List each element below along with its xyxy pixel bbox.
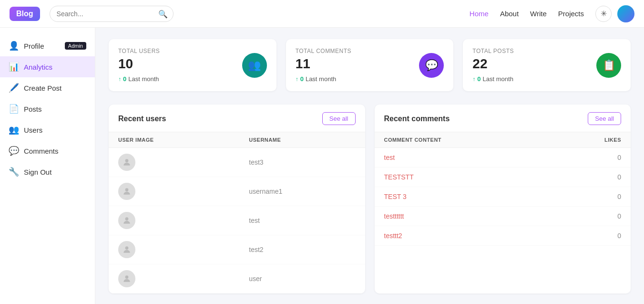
recent-users-panel: Recent users See all USER IMAGE USERNAME…	[109, 105, 365, 294]
sidebar-label-analytics: Analytics	[24, 63, 52, 71]
comment-content-cell: TEST 3	[375, 187, 550, 207]
admin-badge: Admin	[65, 42, 86, 50]
logo[interactable]: Blog	[10, 7, 40, 21]
table-row: test	[109, 206, 365, 235]
comments-col-likes: LIKES	[549, 132, 631, 148]
stat-label-0: TOTAL USERS	[118, 48, 242, 54]
comment-likes-cell: 0	[549, 148, 631, 168]
sidebar-item-users[interactable]: 👥 Users	[0, 119, 95, 140]
sidebar-label-profile: Profile	[24, 42, 44, 50]
stat-count-0: 0	[123, 75, 126, 83]
stat-count-1: 0	[300, 75, 304, 83]
sidebar-icon-analytics: 📊	[9, 62, 19, 72]
stat-card-2: TOTAL POSTS 22 ↑ 0 Last month 📋	[463, 39, 631, 91]
comment-likes-cell: 0	[549, 187, 631, 207]
nav-right: ✳	[595, 5, 634, 22]
sidebar-icon-posts: 📄	[9, 104, 19, 114]
table-row: test3	[109, 148, 365, 177]
stat-sub-0: ↑ 0 Last month	[118, 75, 242, 83]
arrow-icon-0: ↑	[118, 76, 121, 83]
main-content: TOTAL USERS 10 ↑ 0 Last month 👥 TOTAL CO…	[95, 28, 644, 304]
sidebar-item-create-post[interactable]: 🖊️ Create Post	[0, 77, 95, 98]
user-avatar	[118, 154, 135, 171]
stat-sub-text-0: Last month	[128, 75, 159, 83]
sidebar: 👤 Profile Admin📊 Analytics 🖊️ Create Pos…	[0, 28, 95, 304]
user-avatar	[118, 183, 135, 200]
sidebar-item-sign-out[interactable]: 🔧 Sign Out	[0, 161, 95, 182]
stat-sub-text-2: Last month	[483, 75, 513, 83]
user-image-cell	[109, 148, 239, 177]
sidebar-icon-comments: 💬	[9, 146, 19, 156]
sidebar-item-posts[interactable]: 📄 Posts	[0, 98, 95, 119]
sidebar-label-users: Users	[24, 126, 42, 134]
recent-users-table: USER IMAGE USERNAME test3 username1	[109, 132, 365, 294]
table-row: testtt2 0	[375, 226, 631, 246]
stat-card-0: TOTAL USERS 10 ↑ 0 Last month 👥	[109, 39, 276, 91]
table-row: test2	[109, 235, 365, 264]
recent-comments-see-all[interactable]: See all	[588, 112, 621, 125]
top-nav: Blog 🔍 Home About Write Projects ✳	[0, 0, 644, 28]
nav-home[interactable]: Home	[470, 10, 489, 18]
search-icon: 🔍	[158, 9, 168, 18]
table-row: TESTSTT 0	[375, 168, 631, 187]
recent-users-header: Recent users See all	[109, 105, 365, 132]
stat-count-2: 0	[477, 75, 480, 83]
svg-point-0	[125, 159, 129, 162]
sidebar-item-comments[interactable]: 💬 Comments	[0, 140, 95, 161]
table-row: test 0	[375, 148, 631, 168]
svg-point-3	[125, 246, 129, 250]
sidebar-item-profile[interactable]: 👤 Profile Admin	[0, 35, 95, 56]
username-cell: test2	[239, 235, 365, 264]
recent-comments-header: Recent comments See all	[375, 105, 631, 132]
stat-label-2: TOTAL POSTS	[472, 48, 596, 54]
nav-about[interactable]: About	[500, 10, 519, 18]
recent-comments-title: Recent comments	[384, 115, 450, 123]
stat-info-1: TOTAL COMMENTS 11 ↑ 0 Last month	[296, 48, 419, 83]
sidebar-label-sign-out: Sign Out	[24, 168, 51, 176]
stat-info-2: TOTAL POSTS 22 ↑ 0 Last month	[472, 48, 596, 83]
layout: 👤 Profile Admin📊 Analytics 🖊️ Create Pos…	[0, 28, 644, 304]
search-input[interactable]	[50, 6, 174, 22]
stat-icon-1: 💬	[419, 53, 444, 78]
table-row: testttttt 0	[375, 207, 631, 226]
sidebar-icon-create-post: 🖊️	[9, 83, 19, 93]
comment-content-cell: test	[375, 148, 550, 168]
search-wrap: 🔍	[50, 6, 174, 22]
nav-links: Home About Write Projects	[470, 10, 584, 18]
sidebar-icon-profile: 👤	[9, 41, 19, 51]
username-cell: test3	[239, 148, 365, 177]
stat-icon-0: 👥	[242, 53, 267, 78]
comment-likes-cell: 0	[549, 207, 631, 226]
comment-likes-cell: 0	[549, 168, 631, 187]
svg-point-2	[125, 217, 129, 220]
sidebar-item-analytics[interactable]: 📊 Analytics	[0, 56, 95, 77]
recent-users-see-all[interactable]: See all	[322, 112, 356, 125]
stat-sub-1: ↑ 0 Last month	[296, 75, 419, 83]
settings-button[interactable]: ✳	[595, 6, 612, 22]
svg-point-4	[125, 275, 129, 279]
comment-likes-cell: 0	[549, 226, 631, 246]
nav-projects[interactable]: Projects	[558, 10, 584, 18]
user-image-cell	[109, 235, 239, 264]
user-avatar	[118, 212, 135, 229]
stat-value-2: 22	[472, 56, 596, 72]
username-cell: test	[239, 206, 365, 235]
avatar[interactable]	[617, 5, 634, 22]
sidebar-icon-sign-out: 🔧	[9, 167, 19, 177]
table-row: TEST 3 0	[375, 187, 631, 207]
sidebar-label-create-post: Create Post	[24, 84, 61, 92]
username-cell: username1	[239, 177, 365, 206]
sidebar-icon-users: 👥	[9, 125, 19, 135]
stat-info-0: TOTAL USERS 10 ↑ 0 Last month	[118, 48, 242, 83]
comment-content-cell: testtt2	[375, 226, 550, 246]
users-col-image: USER IMAGE	[109, 132, 239, 148]
nav-write[interactable]: Write	[530, 10, 547, 18]
username-cell: user	[239, 264, 365, 294]
sidebar-label-comments: Comments	[24, 147, 59, 155]
stat-icon-2: 📋	[596, 53, 621, 78]
recent-users-title: Recent users	[118, 115, 166, 123]
table-row: username1	[109, 177, 365, 206]
user-image-cell	[109, 206, 239, 235]
stat-sub-2: ↑ 0 Last month	[472, 75, 596, 83]
comments-col-content: COMMENT CONTENT	[375, 132, 550, 148]
